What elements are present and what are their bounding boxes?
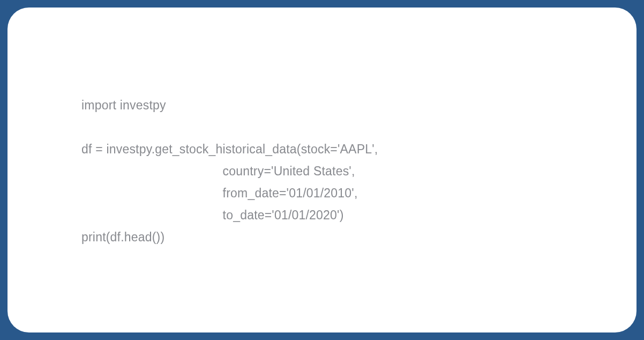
code-line: import investpy: [81, 98, 166, 112]
code-line: print(df.head()): [81, 230, 164, 244]
code-line: df = investpy.get_stock_historical_data(…: [81, 142, 378, 156]
code-snippet: import investpy df = investpy.get_stock_…: [81, 94, 378, 248]
code-line: to_date='01/01/2020'): [81, 208, 344, 222]
code-card: import investpy df = investpy.get_stock_…: [8, 8, 636, 332]
code-line: country='United States',: [81, 164, 355, 178]
code-line: from_date='01/01/2010',: [81, 186, 357, 200]
